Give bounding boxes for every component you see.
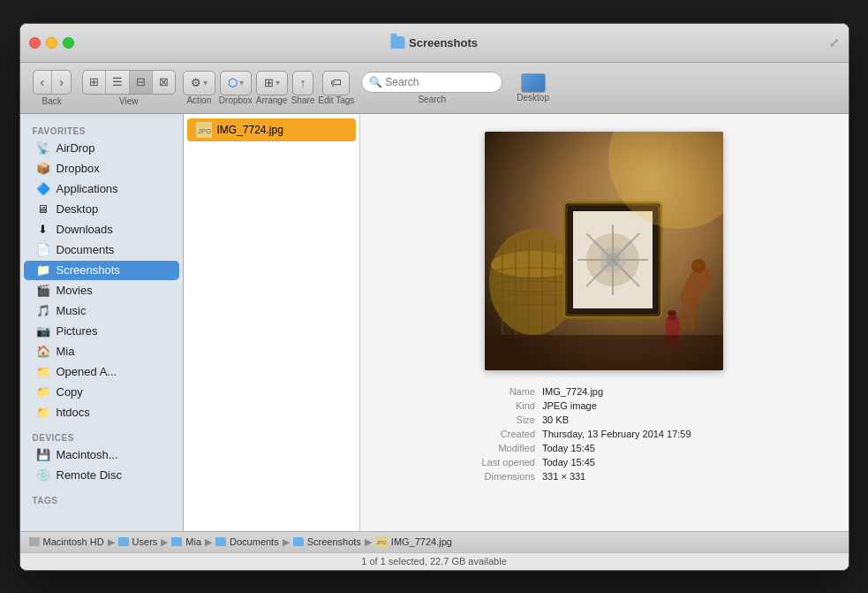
file-item-img7724[interactable]: JPG IMG_7724.jpg [187,118,356,141]
preview-panel: Name IMG_7724.jpg Kind JPEG image Size 3… [360,114,849,531]
sidebar-item-label-applications: Applications [57,182,118,195]
applications-icon: 🔷 [36,182,50,196]
sidebar-item-label-htdocs: htdocs [57,406,90,419]
search-input[interactable] [385,76,494,88]
info-row-kind: Kind JPEG image [454,399,754,413]
sidebar-item-music[interactable]: 🎵 Music [24,301,179,321]
svg-rect-31 [485,335,723,370]
sidebar-item-downloads[interactable]: ⬇ Downloads [24,220,179,239]
desktop-button[interactable] [521,73,546,93]
breadcrumb-users[interactable]: Users [132,536,158,547]
action-label: Action [186,95,211,105]
sidebar-item-label-opened: Opened A... [57,365,117,378]
share-button[interactable]: ↑ [292,71,314,95]
jpeg-thumb-icon: JPG [196,122,212,138]
breadcrumb-macintosh[interactable]: Macintosh HD [43,536,104,547]
sidebar-item-copy[interactable]: 📁 Copy [24,383,179,402]
created-label: Created [454,429,542,439]
status-text: 1 of 1 selected, 22.7 GB available [361,556,507,566]
modified-label: Modified [454,443,542,453]
edit-tags-group: 🏷 Edit Tags [318,71,354,105]
resize-icon[interactable]: ⤢ [829,35,840,49]
downloads-icon: ⬇ [36,223,50,237]
sidebar: FAVORITES 📡 AirDrop 📦 Dropbox 🔷 Applicat… [20,114,184,531]
airdrop-icon: 📡 [36,141,50,156]
maximize-button[interactable] [63,37,74,49]
dimensions-label: Dimensions [454,471,542,482]
column-view-button[interactable]: ⊟ [130,71,153,94]
action-button[interactable]: ⚙ ▾ [183,71,215,95]
cover-flow-button[interactable]: ⊠ [153,71,175,94]
forward-button[interactable]: › [52,71,71,94]
created-value: Thursday, 13 February 2014 17:59 [542,429,691,439]
sidebar-item-label-desktop: Desktop [57,202,99,216]
sidebar-item-pictures[interactable]: 📷 Pictures [24,322,179,341]
kind-label: Kind [454,400,542,411]
status-bar: 1 of 1 selected, 22.7 GB available [20,552,849,570]
name-value: IMG_7724.jpg [542,386,603,397]
sidebar-item-documents[interactable]: 📄 Documents [24,240,179,260]
music-icon: 🎵 [36,304,50,318]
sidebar-item-dropbox[interactable]: 📦 Dropbox [24,159,179,179]
sidebar-item-airdrop[interactable]: 📡 AirDrop [24,139,179,158]
titlebar: Screenshots ⤢ [20,24,849,63]
sidebar-item-label-pictures: Pictures [57,324,98,338]
sidebar-item-screenshots[interactable]: 📁 Screenshots [24,261,179,280]
window-title: Screenshots [390,36,478,49]
minimize-button[interactable] [46,37,57,49]
breadcrumb-file[interactable]: IMG_7724.jpg [391,536,452,547]
sidebar-item-applications[interactable]: 🔷 Applications [24,179,179,199]
desktop-label: Desktop [517,93,549,103]
svg-point-30 [668,310,676,316]
main-content: FAVORITES 📡 AirDrop 📦 Dropbox 🔷 Applicat… [20,114,849,531]
action-chevron: ▾ [203,78,208,87]
dropbox-button[interactable]: ⬡ ▾ [220,71,252,95]
sidebar-item-opened[interactable]: 📁 Opened A... [24,362,179,382]
sidebar-item-label-screenshots: Screenshots [57,263,120,277]
sidebar-item-label-mia: Mia [57,345,75,358]
finder-window: Screenshots ⤢ ‹ › Back ⊞ ☰ ⊟ ⊠ View [19,23,849,571]
sidebar-item-mia[interactable]: 🏠 Mia [24,342,179,361]
breadcrumb-bar: Macintosh HD ▶ Users ▶ Mia ▶ Documents ▶… [20,531,849,552]
sidebar-item-label-remote-disc: Remote Disc [57,468,122,482]
sidebar-item-movies[interactable]: 🎬 Movies [24,281,179,300]
svg-text:JPG: JPG [198,127,212,135]
close-button[interactable] [29,37,41,49]
file-list: JPG IMG_7724.jpg [184,114,360,531]
icon-view-button[interactable]: ⊞ [83,71,106,94]
share-group: ↑ Share [291,71,315,105]
dropbox-sidebar-icon: 📦 [36,162,50,176]
svg-rect-33 [682,308,686,331]
mia-folder-icon [171,537,182,546]
sidebar-item-htdocs[interactable]: 📁 htdocs [24,403,179,422]
edit-tags-label: Edit Tags [318,95,354,105]
search-container: 🔍 [361,72,502,93]
share-icon: ↑ [300,76,306,89]
pictures-icon: 📷 [36,324,50,338]
sidebar-item-remote-disc[interactable]: 💿 Remote Disc [24,466,179,485]
dropbox-icon: ⬡ [228,76,238,89]
sidebar-item-desktop[interactable]: 🖥 Desktop [24,200,179,219]
file-info: Name IMG_7724.jpg Kind JPEG image Size 3… [454,384,754,483]
arrange-button[interactable]: ⊞ ▾ [256,71,288,95]
breadcrumb-documents[interactable]: Documents [230,536,279,547]
sidebar-item-label-macintosh: Macintosh... [57,448,118,461]
search-icon: 🔍 [369,76,382,88]
sidebar-item-label-copy: Copy [57,385,83,399]
toolbar: ‹ › Back ⊞ ☰ ⊟ ⊠ View ⚙ ▾ Action [20,63,849,114]
breadcrumb-screenshots[interactable]: Screenshots [307,536,361,547]
back-button[interactable]: ‹ [34,71,53,94]
sidebar-item-macintosh[interactable]: 💾 Macintosh... [24,445,179,465]
svg-point-32 [691,259,706,273]
preview-image [485,132,723,370]
tags-label: TAGS [20,490,183,507]
screenshots-icon: 📁 [36,263,50,277]
edit-tags-button[interactable]: 🏷 [322,71,350,95]
search-group: 🔍 Search [361,72,502,104]
list-view-button[interactable]: ☰ [106,71,130,94]
mia-icon: 🏠 [36,345,50,359]
action-group: ⚙ ▾ Action [183,71,215,105]
breadcrumb-mia[interactable]: Mia [185,536,201,547]
desktop-group: Desktop [517,73,549,103]
svg-rect-34 [691,308,695,331]
